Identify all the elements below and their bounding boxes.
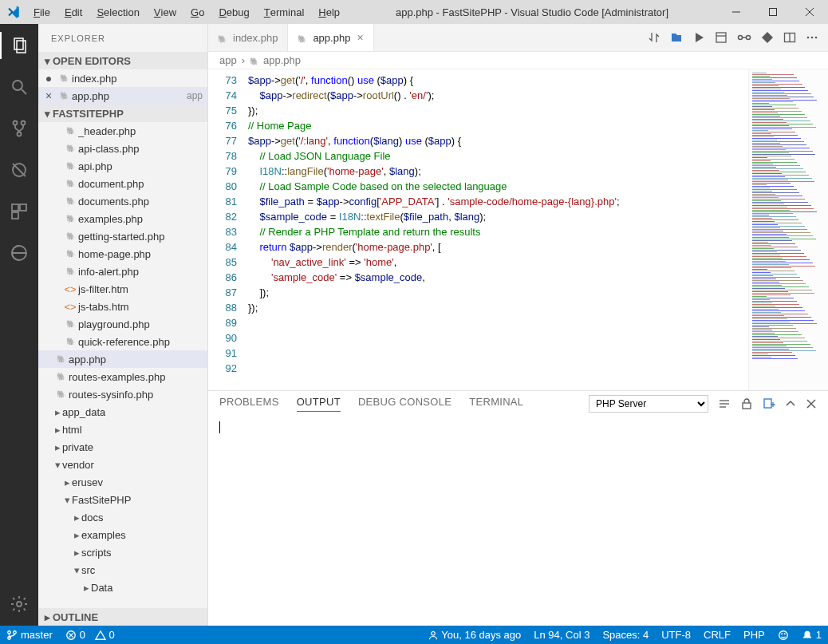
maximize-panel-icon[interactable]: [785, 398, 796, 409]
outline-header[interactable]: ▸OUTLINE: [38, 608, 207, 626]
minimap[interactable]: [748, 69, 828, 390]
folder-item[interactable]: ▸app_data: [38, 403, 207, 421]
folder-twist-icon[interactable]: ▸: [81, 582, 91, 594]
folder-item[interactable]: ▸examples: [38, 526, 207, 543]
folder-twist-icon[interactable]: ▸: [53, 424, 62, 436]
liveshare-activity-icon[interactable]: [0, 239, 38, 267]
scm-activity-icon[interactable]: [0, 115, 38, 142]
output-body[interactable]: [208, 417, 828, 626]
folder-item[interactable]: ▸Data: [38, 579, 207, 596]
problems-status[interactable]: 0 0: [59, 626, 121, 644]
folder-item[interactable]: ▸scripts: [38, 543, 207, 561]
open-editor-item[interactable]: ●🐘index.php: [38, 69, 207, 87]
menu-view[interactable]: View: [148, 0, 183, 24]
encoding-status[interactable]: UTF-8: [655, 626, 697, 644]
file-item[interactable]: <>js-tabs.htm: [38, 298, 207, 315]
folder-item[interactable]: ▸docs: [38, 508, 207, 526]
breadcrumb-folder[interactable]: app: [219, 54, 237, 66]
menu-edit[interactable]: Edit: [58, 0, 89, 24]
folder-item[interactable]: ▸private: [38, 438, 207, 456]
file-item[interactable]: 🐘quick-reference.php: [38, 333, 207, 350]
compare-changes-icon[interactable]: [648, 31, 660, 44]
menu-help[interactable]: Help: [312, 0, 346, 24]
editor-tab[interactable]: 🐘index.php: [208, 24, 288, 51]
blame-status[interactable]: You, 16 days ago: [422, 626, 527, 644]
git-icon[interactable]: [761, 31, 774, 44]
folder-twist-icon[interactable]: ▸: [72, 512, 81, 523]
gitlens-icon[interactable]: [737, 31, 751, 44]
close-button[interactable]: [791, 0, 828, 24]
eol-status[interactable]: CRLF: [697, 626, 737, 644]
git-branch-status[interactable]: master: [0, 626, 59, 644]
explorer-activity-icon[interactable]: [0, 32, 38, 59]
folder-twist-icon[interactable]: ▸: [72, 529, 81, 541]
menu-terminal[interactable]: Terminal: [258, 0, 311, 24]
run-icon[interactable]: [692, 31, 705, 44]
file-item[interactable]: 🐘documents.php: [38, 192, 207, 210]
minimize-button[interactable]: [718, 0, 755, 24]
folder-twist-icon[interactable]: ▸: [62, 476, 72, 488]
menu-selection[interactable]: Selection: [90, 0, 145, 24]
menu-file[interactable]: File: [27, 0, 57, 24]
file-item[interactable]: 🐘examples.php: [38, 210, 207, 227]
settings-activity-icon[interactable]: [0, 591, 38, 618]
language-status[interactable]: PHP: [737, 626, 771, 644]
indentation-status[interactable]: Spaces: 4: [596, 626, 655, 644]
breadcrumb-file[interactable]: app.php: [263, 54, 301, 66]
split-editor-icon[interactable]: [783, 31, 796, 44]
panel-tab-debug-console[interactable]: DEBUG CONSOLE: [358, 396, 451, 412]
file-item[interactable]: 🐘app.php: [38, 350, 207, 368]
menu-go[interactable]: Go: [184, 0, 211, 24]
folder-twist-icon[interactable]: ▸: [53, 406, 62, 418]
file-item[interactable]: 🐘info-alert.php: [38, 263, 207, 280]
maximize-button[interactable]: [755, 0, 791, 24]
project-header[interactable]: ▾FASTSITEPHP: [38, 105, 207, 122]
output-channel-select[interactable]: PHP Server: [589, 395, 708, 413]
breadcrumb[interactable]: app › 🐘 app.php: [208, 52, 828, 69]
file-item[interactable]: 🐘_header.php: [38, 122, 207, 140]
code-editor[interactable]: 7374757677787980818283848586878889909192…: [208, 69, 828, 390]
folder-item[interactable]: ▾src: [38, 561, 207, 579]
folder-twist-icon[interactable]: ▾: [72, 564, 81, 576]
file-item[interactable]: 🐘api-class.php: [38, 140, 207, 157]
close-tab-icon[interactable]: ×: [357, 31, 363, 44]
open-editor-item[interactable]: ×🐘app.phpapp: [38, 87, 207, 105]
panel-tab-terminal[interactable]: TERMINAL: [469, 396, 523, 412]
extensions-activity-icon[interactable]: [0, 198, 38, 225]
folder-twist-icon[interactable]: ▾: [53, 459, 62, 471]
lock-scroll-icon[interactable]: [740, 397, 753, 410]
editor-tab[interactable]: 🐘app.php×: [288, 24, 373, 51]
folder-twist-icon[interactable]: ▸: [72, 547, 81, 559]
file-item[interactable]: 🐘playground.php: [38, 315, 207, 333]
folder-twist-icon[interactable]: ▾: [62, 494, 72, 506]
open-editors-header[interactable]: ▾OPEN EDITORS: [38, 52, 207, 69]
panel-tab-output[interactable]: OUTPUT: [297, 396, 341, 412]
file-item[interactable]: 🐘document.php: [38, 175, 207, 192]
folder-twist-icon[interactable]: ▸: [53, 441, 62, 453]
close-panel-icon[interactable]: [806, 398, 817, 409]
notifications-status[interactable]: 1: [795, 626, 828, 644]
folder-item[interactable]: ▸html: [38, 421, 207, 438]
file-item[interactable]: 🐘api.php: [38, 157, 207, 175]
menu-debug[interactable]: Debug: [212, 0, 255, 24]
debug-activity-icon[interactable]: [0, 156, 38, 184]
folder-item[interactable]: ▾vendor: [38, 456, 207, 473]
file-item[interactable]: 🐘home-page.php: [38, 245, 207, 263]
panel-tab-problems[interactable]: PROBLEMS: [219, 396, 279, 412]
folder-item[interactable]: ▾FastSitePHP: [38, 491, 207, 508]
cursor-position-status[interactable]: Ln 94, Col 3: [527, 626, 596, 644]
feedback-status[interactable]: [771, 626, 795, 644]
open-changes-icon[interactable]: [670, 31, 683, 44]
file-item[interactable]: 🐘getting-started.php: [38, 227, 207, 245]
preview-icon[interactable]: [715, 31, 727, 44]
more-actions-icon[interactable]: [806, 31, 818, 44]
new-terminal-icon[interactable]: [763, 397, 775, 410]
file-item[interactable]: 🐘routes-examples.php: [38, 368, 207, 385]
clear-output-icon[interactable]: [718, 397, 731, 410]
file-item[interactable]: <>js-filter.htm: [38, 280, 207, 298]
close-editor-icon[interactable]: ×: [41, 89, 56, 102]
code-content[interactable]: $app->get('/', function() use ($app) { $…: [248, 69, 748, 390]
folder-item[interactable]: ▸erusev: [38, 473, 207, 491]
file-item[interactable]: 🐘routes-sysinfo.php: [38, 385, 207, 403]
search-activity-icon[interactable]: [0, 73, 38, 101]
